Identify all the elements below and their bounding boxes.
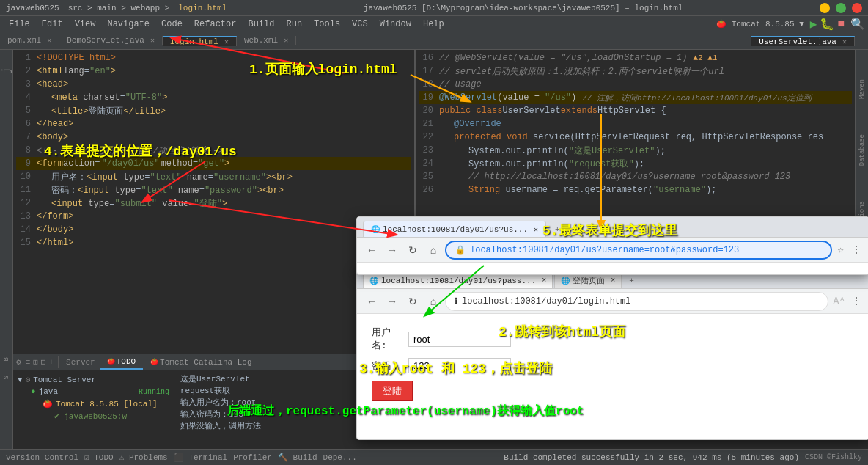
search-button[interactable]: 🔍 <box>850 17 865 32</box>
code-line-7: 7 <body> <box>16 131 411 144</box>
database-label: Database <box>858 134 866 166</box>
tab-close-icon[interactable]: ✕ <box>47 36 51 45</box>
tab-demo-servlet[interactable]: DemoServlet.java ✕ <box>59 36 163 45</box>
rcode-line-20: 20 public class UserServlet extends Http… <box>419 104 852 117</box>
tab-close-1[interactable]: × <box>542 277 546 285</box>
tab-login-html[interactable]: login.html ✕ <box>163 36 237 46</box>
menu-file[interactable]: File <box>3 16 36 32</box>
forward-button-top[interactable]: → <box>383 241 401 259</box>
tab-favicon: 🌐 <box>371 225 380 234</box>
maximize-button[interactable] <box>836 3 846 13</box>
code-line-3: 3 <head> <box>16 78 411 91</box>
rcode-line-22: 22 protected void service(HttpServletReq… <box>419 131 852 144</box>
browser-nav-top: ← → ↻ ⌂ 🔒 localhost:10081/day01/us?usern… <box>357 238 868 263</box>
more-icon-bottom: ⋮ <box>851 295 861 307</box>
code-line-9: 9 <form action="/day01/us" method="get"> <box>16 157 411 170</box>
code-line-8: 8 <!-- action 要用绝对路径/项目名/链接--> <box>16 144 411 157</box>
tab-web-xml[interactable]: web.xml ✕ <box>237 36 296 45</box>
forward-button-bottom[interactable]: → <box>383 293 401 310</box>
tomcat-icon2: 🍅 <box>150 358 158 366</box>
code-line-2: 2 <html lang="en"> <box>16 65 411 78</box>
divider <box>58 356 59 368</box>
menu-help[interactable]: Help <box>417 16 450 32</box>
menu-navigate[interactable]: Navigate <box>101 16 155 32</box>
password-input[interactable] <box>408 358 511 373</box>
tab-close-2[interactable]: × <box>611 277 615 285</box>
menu-bar: File Edit View Navigate Code Refactor Bu… <box>0 16 868 32</box>
service-running: ● java Running <box>16 386 171 398</box>
address-bar-top[interactable]: 🔒 localhost:10081/day01/us?username=root… <box>445 241 832 260</box>
warning-badge: ▲2 ▲1 <box>693 54 717 62</box>
close-button[interactable] <box>852 3 862 13</box>
rcode-line-16: 16 // @WebServlet(value = "/us",loadOnSt… <box>419 51 852 65</box>
tab-tomcat-localhost-log[interactable]: 🍅 TODO <box>100 354 143 370</box>
new-tab-btn[interactable]: + <box>623 274 640 288</box>
running-icon: ● <box>31 387 36 396</box>
title-bar-left: javaweb0525 src > main > webapp > login.… <box>6 4 227 12</box>
tab-close-top[interactable]: ✕ <box>534 225 538 234</box>
code-line-13: 13 </form> <box>16 210 411 223</box>
structure-icon: S <box>3 376 10 379</box>
username-row: 用户名: <box>372 326 854 352</box>
login-page-content: 用户名: 密码： 登陆 <box>357 314 868 413</box>
problems-tab[interactable]: ⚠ Problems <box>119 453 168 462</box>
login-button[interactable]: 登陆 <box>372 381 413 401</box>
refresh-button-bottom[interactable]: ↻ <box>404 293 422 310</box>
left-code-editor: 1 <!DOCTYPE html> 2 <html lang="en"> 3 <… <box>13 50 415 354</box>
code-line-12: 12 <input type="submit" value="登陆"> <box>16 197 411 210</box>
back-button-top[interactable]: ← <box>363 241 380 259</box>
browser-new-tab[interactable]: + <box>548 222 567 237</box>
lock-icon-top: 🔒 <box>455 245 466 255</box>
terminal-tab[interactable]: ⬛ Terminal <box>174 453 227 462</box>
tab-user-servlet[interactable]: UserServlet.java ✕ <box>751 36 855 46</box>
refresh-button-top[interactable]: ↻ <box>404 241 422 259</box>
service-app: ✔ javaweb0525:w <box>16 410 171 422</box>
menu-code[interactable]: Code <box>155 16 188 32</box>
server-icon: ⚙ <box>26 375 31 384</box>
todo-tab[interactable]: ☑ TODO <box>84 453 114 462</box>
tab-close-icon[interactable]: ✕ <box>842 37 847 46</box>
bookmarks-icon: B <box>3 357 10 361</box>
app-name: javaweb0525 <box>6 4 59 12</box>
address-bar-bottom[interactable]: ℹ localhost:10081/day01/login.html <box>445 292 828 311</box>
stop-button[interactable]: ■ <box>837 18 845 31</box>
menu-view[interactable]: View <box>69 16 102 32</box>
home-button-bottom[interactable]: ⌂ <box>424 293 442 310</box>
build-tab[interactable]: 🔨 Build <box>278 453 317 462</box>
rcode-line-24: 24 System.out.println("request获取"); <box>419 157 852 170</box>
debug-button[interactable]: 🐛 <box>820 17 834 32</box>
run-button[interactable]: ▶ <box>810 17 817 32</box>
menu-tools[interactable]: Tools <box>308 16 346 32</box>
menu-refactor[interactable]: Refactor <box>188 16 243 32</box>
menu-edit[interactable]: Edit <box>36 16 69 32</box>
tab-close-icon[interactable]: ✕ <box>224 37 229 46</box>
tab-close-icon[interactable]: ✕ <box>284 36 288 45</box>
password-label: 密码： <box>372 359 402 373</box>
bottom-tool-tabs: Version Control ☑ TODO ⚠ Problems ⬛ Term… <box>0 449 868 465</box>
code-line-4: 4 <meta charset="UTF-8"> <box>16 91 411 104</box>
menu-run[interactable]: Run <box>280 16 308 32</box>
rcode-line-23: 23 System.out.println("这是UserServlet"); <box>419 144 852 157</box>
menu-build[interactable]: Build <box>242 16 280 32</box>
status-message: Build completed successfully in 2 sec, 9… <box>504 453 799 462</box>
tab-pom-xml[interactable]: pom.xml ✕ <box>0 36 59 45</box>
tab-tomcat-catalina-log[interactable]: 🍅 Tomcat Catalina Log <box>143 354 259 370</box>
version-control-tab[interactable]: Version Control <box>6 453 78 462</box>
tab-close-icon[interactable]: ✕ <box>150 36 155 45</box>
home-button-top[interactable]: ⌂ <box>424 241 442 259</box>
gear-icon: ⚙ <box>16 357 21 367</box>
left-sidebar: Project <box>0 50 13 354</box>
browser-active-tab[interactable]: 🌐 localhost:10081/day01/us?us... ✕ <box>363 221 546 237</box>
password-row: 密码： <box>372 358 854 373</box>
menu-window[interactable]: Window <box>374 16 417 32</box>
minimize-button[interactable] <box>820 3 830 13</box>
browser-chrome-top: 🌐 localhost:10081/day01/us?us... ✕ + <box>357 217 868 238</box>
back-button-bottom[interactable]: ← <box>363 293 380 310</box>
profiler-tab[interactable]: Profiler <box>233 453 272 462</box>
collapse-icon: ⊟ <box>41 357 46 367</box>
username-input[interactable] <box>408 332 511 347</box>
menu-vcs[interactable]: VCS <box>346 16 374 32</box>
code-line-1: 1 <!DOCTYPE html> <box>16 51 411 65</box>
depe-tab[interactable]: Depe... <box>323 453 357 462</box>
service-tomcat: 🍅 Tomcat 8.5.85 [local] <box>16 398 171 410</box>
